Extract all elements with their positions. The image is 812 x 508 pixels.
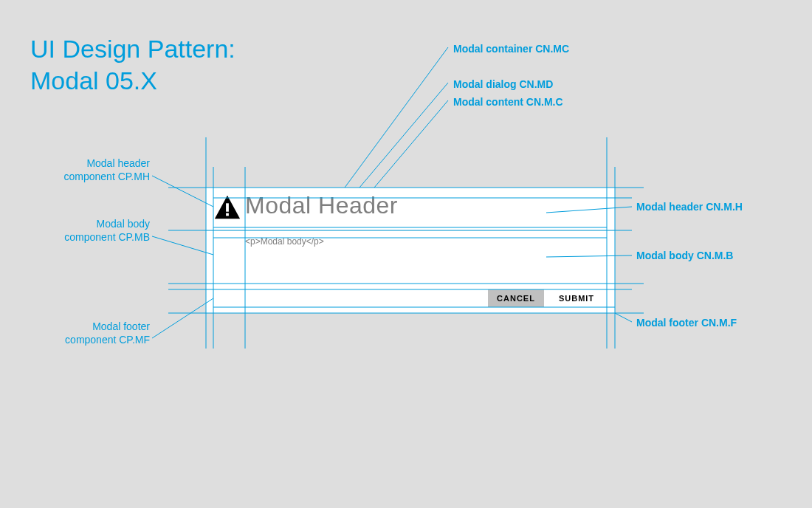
svg-rect-1 xyxy=(226,213,229,216)
modal-footer: CANCEL SUBMIT xyxy=(206,284,615,313)
annotation-modal-header: Modal header CN.M.H xyxy=(636,201,743,214)
modal-header: Modal Header xyxy=(206,188,615,231)
annotation-text: component CP.MF xyxy=(32,334,150,347)
modal-header-text: Modal Header xyxy=(245,192,398,219)
cancel-button[interactable]: CANCEL xyxy=(488,289,544,307)
modal-container: Modal Header <p>Modal body</p> CANCEL SU… xyxy=(206,188,615,313)
svg-line-19 xyxy=(345,47,448,188)
annotation-modal-footer: Modal footer CN.M.F xyxy=(636,317,737,330)
annotation-footer-component: Modal footer component CP.MF xyxy=(32,320,150,346)
svg-rect-0 xyxy=(226,203,229,211)
annotation-modal-dialog: Modal dialog CN.MD xyxy=(453,78,553,92)
title-line1: UI Design Pattern: xyxy=(30,35,235,63)
modal-body: <p>Modal body</p> xyxy=(206,230,615,284)
page-title: UI Design Pattern: Modal 05.X xyxy=(30,33,235,96)
annotation-text: Modal header xyxy=(32,157,150,171)
svg-line-24 xyxy=(615,313,632,322)
modal-body-text: <p>Modal body</p> xyxy=(245,236,324,247)
warning-triangle-icon xyxy=(213,193,241,222)
annotation-body-component: Modal body component CP.MB xyxy=(32,218,150,244)
annotation-modal-container: Modal container CN.MC xyxy=(453,43,569,56)
annotation-modal-body: Modal body CN.M.B xyxy=(636,250,733,263)
svg-line-17 xyxy=(152,236,213,255)
svg-line-16 xyxy=(152,176,213,207)
annotation-text: Modal footer xyxy=(32,320,150,334)
submit-button[interactable]: SUBMIT xyxy=(548,289,605,307)
svg-line-18 xyxy=(152,298,213,338)
annotation-text: Modal body xyxy=(32,218,150,231)
annotation-text: component CP.MB xyxy=(32,231,150,244)
title-line2: Modal 05.X xyxy=(30,65,235,97)
annotation-text: component CP.MH xyxy=(32,171,150,184)
svg-line-20 xyxy=(359,83,448,188)
svg-line-21 xyxy=(374,100,448,188)
annotation-modal-content: Modal content CN.M.C xyxy=(453,96,563,109)
annotation-header-component: Modal header component CP.MH xyxy=(32,157,150,183)
